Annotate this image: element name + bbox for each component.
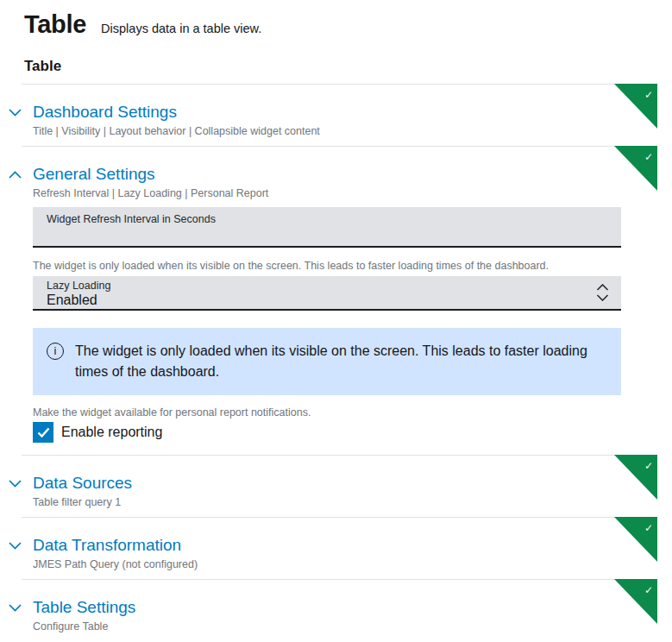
reporting-checkbox-row: Enable reporting [33,422,621,443]
lazy-loading-helper-text: The widget is only loaded when its visib… [33,260,621,273]
accordion-section-dashboard-settings: ✓ Dashboard Settings Title | Visibility … [0,84,672,146]
reporting-helper-text: Make the widget available for personal r… [33,406,621,419]
table-settings-header[interactable]: Table Settings Configure Table [0,580,672,641]
section-subtitle: Configure Table [33,620,135,633]
section-subtitle: Title | Visibility | Layout behavior | C… [33,125,320,138]
chevron-up-icon [9,171,22,179]
chevron-down-icon [9,604,22,612]
check-icon: ✓ [644,461,653,471]
section-title: Dashboard Settings [33,102,320,122]
section-subtitle: JMES Path Query (not configured) [33,558,198,571]
lazy-loading-select-value: Enabled [47,293,97,308]
section-title: Data Transformation [33,535,198,555]
page-title: Table [24,9,86,40]
info-icon: i [47,343,64,360]
widget-section-heading: Table [24,57,648,75]
refresh-interval-label: Widget Refresh Interval in Seconds [47,213,216,225]
select-stepper[interactable] [596,284,609,301]
page-subtitle: Displays data in a table view. [101,22,261,35]
chevron-down-icon [9,480,22,488]
check-icon: ✓ [644,90,653,100]
data-transformation-header[interactable]: Data Transformation JMES Path Query (not… [0,518,672,579]
general-settings-header[interactable]: General Settings Refresh Interval | Lazy… [0,147,672,202]
accordion-section-general-settings: ✓ General Settings Refresh Interval | La… [0,146,672,455]
checkbox-check-icon [37,427,50,437]
info-box: i The widget is only loaded when its vis… [33,328,621,395]
check-icon: ✓ [644,152,653,162]
section-title: General Settings [33,164,268,184]
section-subtitle: Refresh Interval | Lazy Loading | Person… [33,187,268,200]
section-subtitle: Table filter query 1 [33,496,132,509]
lazy-loading-select[interactable]: Lazy Loading Enabled [33,276,621,311]
chevron-down-icon [596,294,609,301]
data-sources-header[interactable]: Data Sources Table filter query 1 [0,456,672,517]
accordion-section-data-transformation: ✓ Data Transformation JMES Path Query (n… [0,517,672,579]
refresh-interval-input[interactable]: Widget Refresh Interval in Seconds [33,207,621,248]
check-icon: ✓ [644,523,653,533]
page-header: Table Displays data in a table view. Tab… [0,0,672,84]
section-title: Data Sources [33,473,132,493]
lazy-loading-select-label: Lazy Loading [47,280,110,292]
accordion-section-data-sources: ✓ Data Sources Table filter query 1 [0,455,672,517]
title-row: Table Displays data in a table view. [24,9,648,40]
chevron-up-icon [596,284,609,291]
section-title: Table Settings [33,597,135,617]
accordion-section-table-settings: ✓ Table Settings Configure Table [0,579,672,641]
chevron-down-icon [9,109,22,116]
info-box-text: The widget is only loaded when its visib… [75,341,607,382]
enable-reporting-checkbox[interactable] [33,422,53,443]
general-settings-form: Widget Refresh Interval in Seconds The w… [33,202,621,455]
chevron-down-icon [9,542,22,550]
check-icon: ✓ [644,585,653,595]
dashboard-settings-header[interactable]: Dashboard Settings Title | Visibility | … [0,85,672,146]
enable-reporting-label: Enable reporting [61,425,162,440]
